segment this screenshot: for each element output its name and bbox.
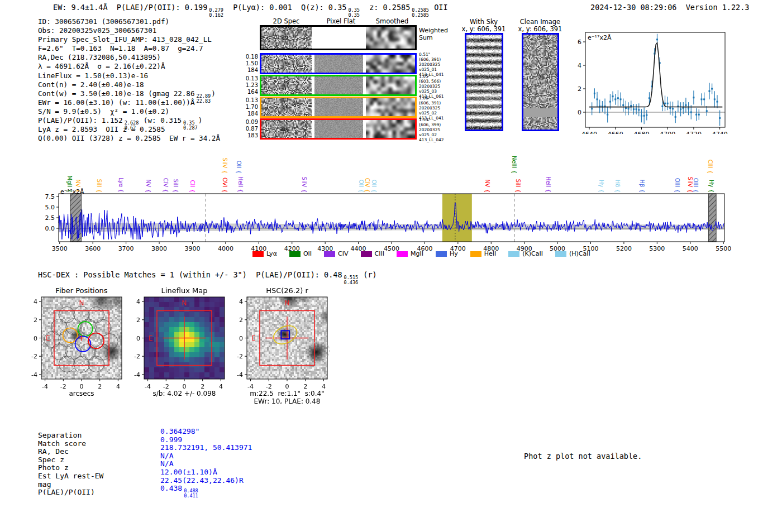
match-label-1: Match score (38, 439, 103, 448)
info-line-11: P(LAE)/P(OII): 1.1522.6280.62 (w: 0.3150… (38, 116, 220, 125)
meta-line-1: (603, 566) (419, 79, 448, 84)
y-tick-label: 0 (136, 335, 140, 342)
y-tick-label: -2 (31, 353, 37, 360)
meta-line-4: 413_LL_042 (419, 137, 448, 142)
y-tick-label: 2 (239, 317, 243, 324)
match-value-7: 0.4380.4880.411 (160, 484, 252, 492)
full-spectrum-plot: 3500360037003800390040004100420043004400… (22, 187, 765, 254)
legend-item-CIII: CIII (361, 250, 384, 257)
legend-swatch (252, 251, 264, 257)
match-label-7: P(LAE)/P(OII) (38, 488, 103, 496)
fiber-circle (94, 344, 111, 360)
fiber-circle (51, 344, 68, 360)
text-segment: LyA z = 2.8593 OII z = 0.2585 (38, 125, 165, 133)
data-point (706, 110, 708, 112)
data-point (646, 114, 647, 116)
x-tick-label: 4640 (581, 131, 597, 134)
y-tick-label: 2 (136, 317, 140, 324)
meta-line-3: v025_01 (419, 67, 448, 72)
y-tick-label: 2 (578, 85, 581, 93)
x-tick-label: 4740 (712, 131, 728, 134)
x-tick-label: 3800 (151, 245, 167, 252)
aperture-ellipse (271, 322, 300, 347)
weighted-sum-label: WeightedSum (419, 27, 448, 41)
data-point (656, 39, 658, 40)
text-segment: 22.45(22.43,22.46)R (160, 476, 244, 485)
legend-label: HeII (484, 250, 497, 257)
fiber-circle (80, 319, 97, 335)
text-segment: OII (430, 3, 448, 12)
legend-label: MgII (411, 250, 423, 257)
data-point (711, 88, 713, 90)
fraction: 0.4880.411 (184, 488, 198, 499)
match-value-5: 12.00(±1.10)Å (160, 468, 252, 476)
data-point (620, 98, 622, 100)
fiber-circle (74, 306, 90, 323)
fraction: 0.2790.162 (209, 8, 223, 18)
y-tick-label: 4 (34, 298, 37, 305)
text-segment: Cont(n) = 2.40(±0.40)e-18 (38, 80, 144, 89)
legend-label: OII (303, 250, 312, 257)
y-tick-label: -2 (134, 353, 140, 360)
legend-swatch (397, 251, 408, 257)
spectrum-flux-units-label: e⁻¹⁷x2Å (60, 188, 84, 195)
spectrum-legend: LyαOIICIVCIIIMgIIHyHeII(K)CaII(H)CaII (252, 250, 590, 257)
x-tick-label: 3500 (52, 245, 68, 252)
y-tick-label: 4 (239, 298, 243, 305)
cutout-strip-image (261, 76, 415, 94)
with-sky-image (466, 35, 502, 130)
text-segment: ) (198, 116, 203, 124)
info-line-3: F=2.6" T=0.163 N=1.18 A=0.87 g=24.7 (38, 44, 220, 53)
data-point (633, 108, 635, 110)
clean-image-title: Clean Image x, y: 606, 391 (512, 18, 568, 33)
cutout-row-0-weights: 0.181.50184 (244, 54, 258, 74)
data-point (625, 107, 627, 109)
fiber-circle (88, 356, 104, 372)
meta-line-3: v025_02 (419, 132, 448, 137)
weight-value-1: 1.70 (244, 104, 258, 111)
text-segment: EW: 9.4±1.4Å P(LAE)/P(OII): 0.199 (53, 3, 207, 12)
fraction-bottom: 22.83 (197, 99, 211, 104)
data-point (609, 101, 611, 103)
cutout-row-3-weights: 0.090.87183 (244, 119, 258, 139)
x-tick-label: 4000 (218, 245, 233, 252)
data-point (708, 90, 710, 92)
fraction-bottom: 0.411 (184, 493, 198, 499)
compass-east-label: E (149, 334, 153, 342)
legend-label: (K)CaII (522, 250, 543, 257)
legend-swatch (508, 251, 519, 257)
legend-label: CIV (338, 250, 348, 257)
meta-line-0: 1.05" (419, 74, 448, 79)
elixer-report-page: { "header": { "stats_segments": [ {"t":"… (0, 0, 782, 532)
datetime-gap (676, 3, 685, 12)
weighted-sum-line1: Sum (419, 34, 448, 41)
compass-east-label: E (46, 334, 50, 342)
text-segment: (r) (359, 270, 377, 279)
cutout-row-0 (260, 53, 417, 74)
text-segment: ) (211, 89, 216, 98)
data-point (630, 105, 632, 107)
data-point (716, 101, 718, 103)
meta-line-0: 1.53" (419, 117, 448, 122)
match-value-2: 218.732191, 50.413971 (160, 443, 252, 452)
weight-value-0: 0.09 (244, 119, 258, 126)
data-point (703, 98, 705, 100)
match-label-0: Separation (38, 431, 103, 439)
text-segment: N/A (160, 452, 173, 460)
data-point (690, 112, 692, 113)
data-point (638, 109, 640, 111)
fiber-circle (88, 306, 104, 323)
x-tick-label: 5400 (683, 245, 698, 252)
cutout-strip-image (261, 27, 415, 49)
match-label-4: Photo z (38, 463, 103, 472)
x-tick-label: 4700 (660, 131, 675, 134)
text-segment: Obs: 20200325v025_3006567301 (38, 26, 156, 35)
data-point (641, 115, 642, 117)
meta-line-2: 20200325 (419, 84, 448, 89)
cutout-row-2-weights: 0.131.70184 (244, 97, 258, 117)
fraction: 0.25850.2585 (412, 8, 429, 18)
y-tick-label: 4 (136, 298, 140, 305)
data-point (685, 104, 686, 106)
info-line-1: Obs: 20200325v025_3006567301 (38, 26, 220, 35)
info-line-13: Q(0.00) OII (3728) z = 0.2585 EW r = 34.… (38, 134, 220, 143)
